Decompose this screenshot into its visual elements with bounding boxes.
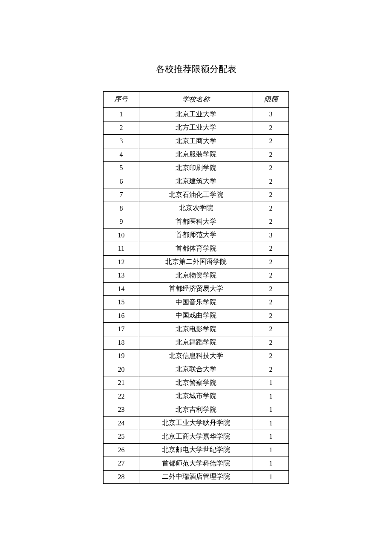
table-row: 11首都体育学院2: [104, 242, 289, 256]
cell-name: 北京吉利学院: [139, 403, 253, 417]
cell-name: 首都体育学院: [139, 242, 253, 256]
cell-seq: 3: [104, 135, 139, 148]
cell-name: 北京舞蹈学院: [139, 336, 253, 350]
cell-seq: 12: [104, 255, 139, 269]
page-title: 各校推荐限额分配表: [0, 0, 392, 91]
table-row: 7北京石油化工学院2: [104, 188, 289, 202]
cell-quota: 1: [253, 376, 289, 390]
cell-quota: 2: [253, 350, 289, 363]
cell-quota: 1: [253, 470, 289, 484]
cell-seq: 11: [104, 242, 139, 256]
cell-seq: 25: [104, 430, 139, 444]
cell-quota: 2: [253, 336, 289, 350]
cell-quota: 1: [253, 416, 289, 430]
cell-quota: 1: [253, 457, 289, 471]
table-row: 3北京工商大学2: [104, 135, 289, 148]
cell-quota: 3: [253, 228, 289, 242]
cell-name: 北京信息科技大学: [139, 350, 253, 363]
table-row: 1北京工业大学3: [104, 108, 289, 121]
table-row: 18北京舞蹈学院2: [104, 336, 289, 350]
table-row: 17北京电影学院2: [104, 323, 289, 336]
cell-name: 首都经济贸易大学: [139, 282, 253, 296]
cell-name: 首都师范大学: [139, 228, 253, 242]
table-row: 25北京工商大学嘉华学院1: [104, 430, 289, 444]
cell-name: 北京工商大学: [139, 135, 253, 148]
cell-seq: 9: [104, 215, 139, 229]
table-row: 8北京农学院2: [104, 202, 289, 215]
cell-name: 北京物资学院: [139, 269, 253, 283]
table-row: 13北京物资学院2: [104, 269, 289, 283]
cell-name: 北京工商大学嘉华学院: [139, 430, 253, 444]
table-row: 27首都师范大学科德学院1: [104, 457, 289, 471]
cell-seq: 27: [104, 457, 139, 471]
cell-name: 中国音乐学院: [139, 296, 253, 309]
cell-name: 中国戏曲学院: [139, 309, 253, 323]
table-row: 20北京联合大学2: [104, 363, 289, 376]
cell-seq: 18: [104, 336, 139, 350]
cell-seq: 19: [104, 350, 139, 363]
cell-seq: 6: [104, 175, 139, 188]
quota-table: 序号 学校名称 限额 1北京工业大学32北方工业大学23北京工商大学24北京服装…: [103, 91, 289, 484]
cell-name: 北京建筑大学: [139, 175, 253, 188]
cell-quota: 2: [253, 242, 289, 256]
table-row: 26北京邮电大学世纪学院1: [104, 443, 289, 457]
cell-seq: 2: [104, 121, 139, 135]
cell-quota: 1: [253, 390, 289, 403]
table-row: 2北方工业大学2: [104, 121, 289, 135]
cell-quota: 2: [253, 175, 289, 188]
table-row: 19北京信息科技大学2: [104, 350, 289, 363]
cell-seq: 7: [104, 188, 139, 202]
cell-name: 北京警察学院: [139, 376, 253, 390]
cell-name: 北京城市学院: [139, 390, 253, 403]
table-row: 16中国戏曲学院2: [104, 309, 289, 323]
table-row: 23北京吉利学院1: [104, 403, 289, 417]
table-row: 9首都医科大学2: [104, 215, 289, 229]
cell-name: 北京印刷学院: [139, 162, 253, 175]
cell-quota: 1: [253, 403, 289, 417]
cell-seq: 20: [104, 363, 139, 376]
cell-quota: 2: [253, 323, 289, 336]
cell-quota: 2: [253, 202, 289, 215]
table-row: 24北京工业大学耿丹学院1: [104, 416, 289, 430]
cell-seq: 10: [104, 228, 139, 242]
cell-name: 北京联合大学: [139, 363, 253, 376]
cell-seq: 13: [104, 269, 139, 283]
cell-name: 北京农学院: [139, 202, 253, 215]
cell-quota: 2: [253, 215, 289, 229]
cell-name: 首都医科大学: [139, 215, 253, 229]
cell-seq: 14: [104, 282, 139, 296]
cell-name: 北方工业大学: [139, 121, 253, 135]
table-row: 12北京第二外国语学院2: [104, 255, 289, 269]
cell-quota: 2: [253, 121, 289, 135]
cell-name: 北京电影学院: [139, 323, 253, 336]
cell-name: 北京第二外国语学院: [139, 255, 253, 269]
table-row: 14首都经济贸易大学2: [104, 282, 289, 296]
table-row: 10首都师范大学3: [104, 228, 289, 242]
cell-quota: 2: [253, 255, 289, 269]
cell-quota: 2: [253, 148, 289, 162]
cell-name: 北京工业大学: [139, 108, 253, 121]
table-row: 5北京印刷学院2: [104, 162, 289, 175]
cell-seq: 15: [104, 296, 139, 309]
cell-seq: 21: [104, 376, 139, 390]
cell-quota: 1: [253, 430, 289, 444]
cell-name: 二外中瑞酒店管理学院: [139, 470, 253, 484]
cell-seq: 1: [104, 108, 139, 121]
cell-quota: 1: [253, 443, 289, 457]
cell-seq: 26: [104, 443, 139, 457]
cell-name: 北京服装学院: [139, 148, 253, 162]
table-row: 28二外中瑞酒店管理学院1: [104, 470, 289, 484]
cell-quota: 2: [253, 269, 289, 283]
cell-name: 北京邮电大学世纪学院: [139, 443, 253, 457]
cell-quota: 2: [253, 135, 289, 148]
cell-quota: 2: [253, 296, 289, 309]
table-row: 22北京城市学院1: [104, 390, 289, 403]
cell-quota: 2: [253, 162, 289, 175]
cell-quota: 3: [253, 108, 289, 121]
table-header-row: 序号 学校名称 限额: [104, 92, 289, 108]
table-body: 1北京工业大学32北方工业大学23北京工商大学24北京服装学院25北京印刷学院2…: [104, 108, 289, 484]
table-row: 4北京服装学院2: [104, 148, 289, 162]
cell-seq: 5: [104, 162, 139, 175]
cell-name: 北京石油化工学院: [139, 188, 253, 202]
table-container: 序号 学校名称 限额 1北京工业大学32北方工业大学23北京工商大学24北京服装…: [0, 91, 392, 484]
